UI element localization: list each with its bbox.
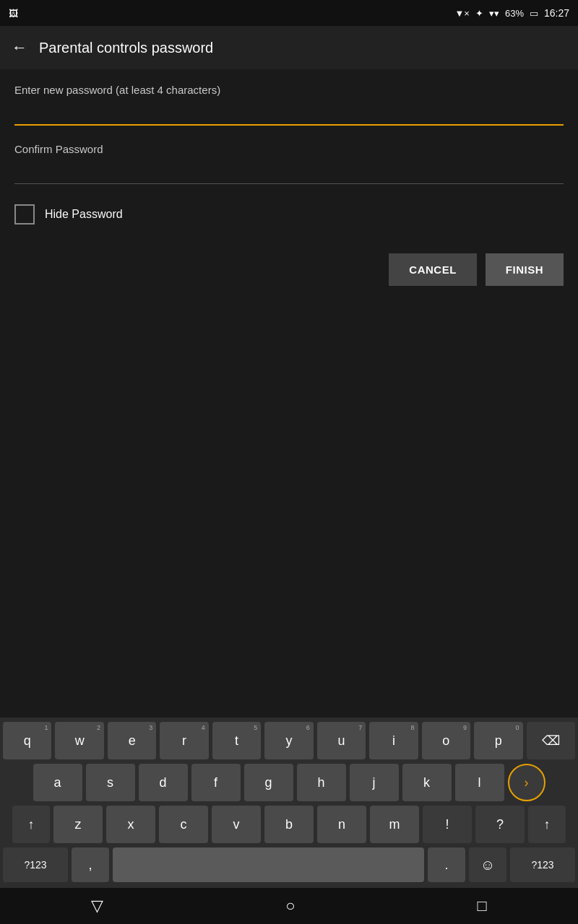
key-x[interactable]: x xyxy=(106,806,155,843)
keyboard-row-bottom: ?123 , . ☺ ?123 xyxy=(3,847,575,882)
bluetooth-icon: ✦ xyxy=(475,8,483,19)
key-o[interactable]: 9o xyxy=(422,722,470,759)
key-d[interactable]: d xyxy=(139,764,188,801)
keyboard: 1q 2w 3e 4r 5t 6y 7u 8i 9o 0p ⌫ a s d f … xyxy=(0,718,578,888)
hide-password-checkbox[interactable] xyxy=(14,204,35,225)
status-bar-left: 🖼 xyxy=(9,8,18,19)
key-i[interactable]: 8i xyxy=(369,722,418,759)
key-question[interactable]: ? xyxy=(475,806,525,843)
wifi-icon: ▾▾ xyxy=(489,8,499,19)
cancel-button[interactable]: CANCEL xyxy=(389,253,477,286)
key-a[interactable]: a xyxy=(33,764,82,801)
shift-key-right[interactable]: ↑ xyxy=(528,806,566,843)
key-g[interactable]: g xyxy=(244,764,293,801)
shift-key-left[interactable]: ↑ xyxy=(12,806,50,843)
nav-back-icon[interactable]: ▽ xyxy=(91,897,103,915)
hide-password-label: Hide Password xyxy=(45,208,123,221)
key-j[interactable]: j xyxy=(350,764,399,801)
new-password-label: Enter new password (at least 4 character… xyxy=(14,84,564,96)
period-key[interactable]: . xyxy=(428,847,465,882)
keyboard-row-2: a s d f g h j k l › xyxy=(3,764,575,801)
key-v[interactable]: v xyxy=(212,806,261,843)
status-bar-right: ▼× ✦ ▾▾ 63% ▭ 16:27 xyxy=(454,7,569,19)
action-buttons: CANCEL FINISH xyxy=(14,253,564,286)
battery-percent: 63% xyxy=(505,8,524,19)
keyboard-row-3: ↑ z x c v b n m ! ? ↑ xyxy=(3,806,575,843)
nav-home-icon[interactable]: ○ xyxy=(285,897,295,915)
new-password-input[interactable] xyxy=(14,102,564,126)
key-q[interactable]: 1q xyxy=(3,722,51,759)
clock: 16:27 xyxy=(544,7,569,19)
key-k[interactable]: k xyxy=(402,764,452,801)
key-s[interactable]: s xyxy=(86,764,135,801)
key-f[interactable]: f xyxy=(191,764,241,801)
key-b[interactable]: b xyxy=(264,806,314,843)
key-n[interactable]: n xyxy=(317,806,366,843)
key-exclaim[interactable]: ! xyxy=(423,806,472,843)
sym-key-right[interactable]: ?123 xyxy=(510,847,575,882)
nav-recent-icon[interactable]: □ xyxy=(478,897,487,915)
key-w[interactable]: 2w xyxy=(55,722,103,759)
sym-key-left[interactable]: ?123 xyxy=(3,847,68,882)
key-e[interactable]: 3e xyxy=(108,722,156,759)
signal-icon: ▼× xyxy=(454,8,469,19)
confirm-password-label: Confirm Password xyxy=(14,143,564,155)
key-u[interactable]: 7u xyxy=(317,722,366,759)
finish-button[interactable]: FINISH xyxy=(486,253,564,286)
status-bar: 🖼 ▼× ✦ ▾▾ 63% ▭ 16:27 xyxy=(0,0,578,26)
key-r[interactable]: 4r xyxy=(160,722,208,759)
backspace-key[interactable]: ⌫ xyxy=(527,722,575,759)
confirm-password-input[interactable] xyxy=(14,161,564,184)
back-button[interactable]: ← xyxy=(12,38,27,57)
battery-icon: ▭ xyxy=(530,8,538,19)
image-icon: 🖼 xyxy=(9,8,18,19)
space-key[interactable] xyxy=(113,847,424,882)
key-m[interactable]: m xyxy=(370,806,419,843)
emoji-key[interactable]: ☺ xyxy=(469,847,506,882)
nav-bar: ▽ ○ □ xyxy=(0,888,578,924)
hide-password-row: Hide Password xyxy=(14,204,564,225)
keyboard-row-1: 1q 2w 3e 4r 5t 6y 7u 8i 9o 0p ⌫ xyxy=(3,722,575,759)
content-area: Enter new password (at least 4 character… xyxy=(0,69,578,286)
key-y[interactable]: 6y xyxy=(264,722,313,759)
key-c[interactable]: c xyxy=(159,806,208,843)
page-title: Parental controls password xyxy=(39,40,213,56)
key-h[interactable]: h xyxy=(297,764,346,801)
key-t[interactable]: 5t xyxy=(212,722,261,759)
key-z[interactable]: z xyxy=(53,806,103,843)
key-p[interactable]: 0p xyxy=(474,722,522,759)
enter-key[interactable]: › xyxy=(508,764,545,801)
key-l[interactable]: l xyxy=(455,764,504,801)
toolbar: ← Parental controls password xyxy=(0,26,578,69)
comma-key[interactable]: , xyxy=(72,847,109,882)
